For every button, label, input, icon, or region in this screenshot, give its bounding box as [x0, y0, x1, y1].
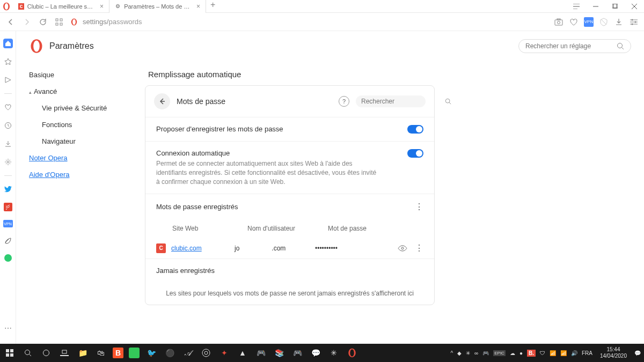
twitter-icon[interactable]: [3, 184, 13, 194]
tray-icon[interactable]: ●: [519, 350, 523, 356]
vpn-sidebar-icon[interactable]: VPN: [3, 220, 13, 227]
password-row[interactable]: C clubic.com jo.com •••••••••• ⋮: [145, 238, 434, 258]
start-button[interactable]: [3, 346, 16, 359]
settings-search-input[interactable]: [525, 42, 612, 50]
discord-icon[interactable]: 💬: [309, 346, 322, 359]
more-sidebar-icon[interactable]: ⋯: [3, 323, 13, 333]
download-icon[interactable]: [614, 17, 624, 27]
tab-clubic[interactable]: c Clubic – La meilleure source ×: [13, 0, 109, 13]
tray-icon[interactable]: 🛡: [540, 350, 545, 356]
settings-search[interactable]: [518, 39, 631, 53]
site-favicon: C: [156, 243, 166, 253]
close-icon[interactable]: ×: [196, 3, 200, 10]
sidebar-browser[interactable]: Navigateur: [29, 133, 134, 150]
sidebar-help-opera[interactable]: Aide d'Opera: [16, 166, 134, 183]
search-icon: [445, 98, 451, 105]
tab-settings[interactable]: ⚙ Paramètres – Mots de pass ×: [109, 0, 206, 13]
app-icon-5[interactable]: ✦: [218, 346, 231, 359]
extensions-icon[interactable]: [3, 157, 13, 167]
offer-save-toggle[interactable]: [407, 125, 423, 134]
svg-point-12: [558, 21, 560, 24]
bookmarks-icon[interactable]: [3, 57, 13, 67]
add-tab-button[interactable]: +: [206, 0, 219, 13]
snapshot-icon[interactable]: [554, 17, 564, 27]
notifications-icon[interactable]: 💬: [634, 350, 641, 356]
clock[interactable]: 15:44 14/04/2020: [597, 346, 630, 359]
slack-icon[interactable]: ✳: [327, 346, 340, 359]
maximize-button[interactable]: [605, 0, 625, 13]
app-icon-6[interactable]: ▲: [236, 346, 249, 359]
forward-button[interactable]: [21, 17, 32, 27]
reload-button[interactable]: [38, 17, 48, 27]
app-icon-7[interactable]: 🎮: [254, 346, 267, 359]
volume-icon[interactable]: 🔊: [571, 350, 577, 356]
help-icon[interactable]: ?: [339, 96, 349, 107]
explorer-icon[interactable]: 📁: [76, 346, 89, 359]
app-icon-3[interactable]: 𝒜: [181, 346, 194, 359]
heart-icon[interactable]: [569, 17, 579, 27]
tray-icon[interactable]: ✳: [466, 350, 470, 356]
adblock-icon[interactable]: [599, 17, 609, 27]
back-button[interactable]: [5, 17, 16, 27]
svg-point-41: [350, 349, 354, 357]
tray-icon[interactable]: EPIC: [493, 350, 506, 356]
tab-label: Clubic – La meilleure source: [27, 3, 94, 10]
eye-icon[interactable]: [398, 245, 407, 252]
site-link[interactable]: clubic.com: [171, 245, 202, 252]
vpn-badge-icon[interactable]: VPN: [584, 17, 594, 27]
password-search-input[interactable]: [361, 98, 442, 105]
sidebar-rate-opera[interactable]: Noter Opera: [16, 150, 134, 166]
language-indicator[interactable]: FRA: [582, 350, 592, 356]
app-icon-8[interactable]: 📚: [273, 346, 286, 359]
tray-icon[interactable]: 📶: [550, 350, 556, 356]
sidebar-advanced[interactable]: Avancé: [16, 83, 134, 100]
clock-date: 14/04/2020: [600, 353, 627, 359]
history-icon[interactable]: [3, 121, 13, 130]
vivaldi-icon[interactable]: [129, 348, 140, 358]
sidebar-privacy[interactable]: Vie privée & Sécurité: [29, 100, 134, 116]
auto-signin-desc: Permet de se connecter automatiquement a…: [156, 159, 382, 186]
opera-taskbar-icon[interactable]: [346, 346, 358, 359]
saved-more-icon[interactable]: ⋮: [415, 202, 423, 212]
close-icon[interactable]: ×: [100, 3, 104, 10]
wifi-icon[interactable]: 📶: [560, 350, 567, 356]
app-icon-4[interactable]: [200, 346, 213, 359]
back-card-button[interactable]: [154, 93, 170, 109]
close-button[interactable]: [625, 0, 644, 13]
steam-icon[interactable]: 🎮: [291, 346, 304, 359]
speed-dial-icon[interactable]: [54, 17, 64, 27]
password-search[interactable]: [356, 95, 426, 107]
svg-rect-5: [56, 19, 58, 21]
clubic-favicon: c: [18, 3, 24, 10]
tray-icon[interactable]: ∞: [474, 350, 478, 356]
tray-icon[interactable]: B.: [527, 350, 536, 357]
auto-signin-toggle[interactable]: [407, 149, 423, 158]
todoist-icon[interactable]: [4, 203, 12, 211]
heart-sidebar-icon[interactable]: [3, 102, 13, 112]
easy-setup-icon[interactable]: [629, 17, 639, 27]
store-icon[interactable]: 🛍: [94, 346, 107, 359]
svg-rect-31: [6, 353, 9, 357]
task-view-icon[interactable]: [58, 346, 71, 359]
messenger-icon[interactable]: [4, 254, 12, 262]
svg-point-23: [33, 41, 40, 52]
app-icon-2[interactable]: ⚫: [163, 346, 176, 359]
address-field[interactable]: settings/passwords: [70, 18, 548, 26]
tray-icon[interactable]: ◆: [457, 350, 462, 356]
home-icon[interactable]: [3, 39, 13, 48]
search-taskbar-icon[interactable]: [21, 346, 34, 359]
cortana-icon[interactable]: [40, 346, 53, 359]
tray-icon[interactable]: 🎮: [482, 350, 489, 356]
personal-news-icon[interactable]: [3, 75, 13, 85]
app-icon-1[interactable]: 🐦: [145, 346, 158, 359]
sidebar-features[interactable]: Fonctions: [29, 116, 134, 133]
tray-chevron-icon[interactable]: ^: [450, 350, 453, 356]
sidebar-basic[interactable]: Basique: [16, 67, 134, 83]
entry-more-icon[interactable]: ⋮: [415, 243, 423, 253]
tray-cloud-icon[interactable]: ☁: [510, 350, 515, 356]
leaf-icon[interactable]: [3, 236, 13, 246]
brave-icon[interactable]: B: [113, 348, 123, 358]
downloads-sidebar-icon[interactable]: [3, 139, 13, 149]
tab-menu-icon[interactable]: [567, 0, 586, 13]
minimize-button[interactable]: [586, 0, 605, 13]
